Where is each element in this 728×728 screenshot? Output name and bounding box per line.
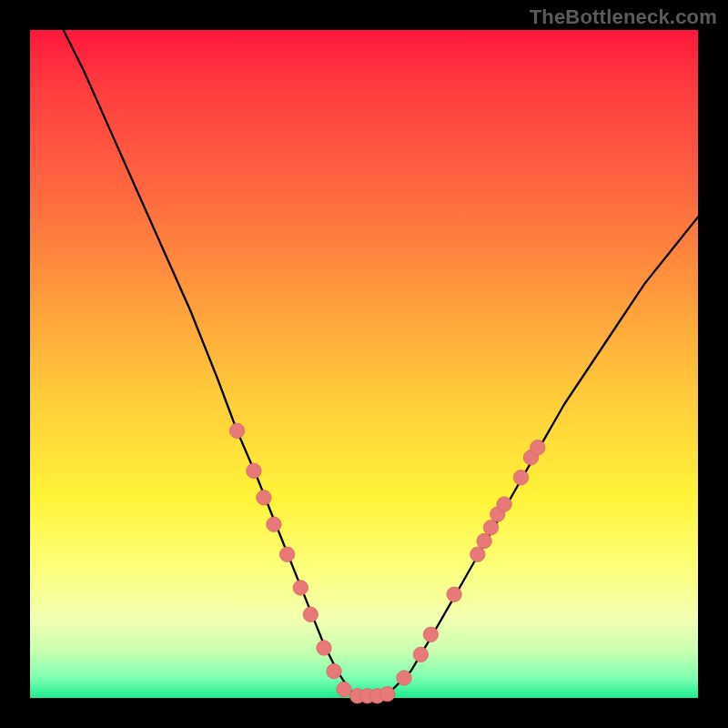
sample-point-marker [477,533,491,548]
chart-svg [30,30,698,698]
sample-point-marker [423,627,438,642]
bottleneck-curve [64,30,698,696]
marker-layer [229,423,545,703]
sample-point-marker [531,440,545,455]
sample-point-marker [229,423,244,438]
sample-point-marker [470,547,485,561]
sample-point-marker [303,607,318,622]
sample-point-marker [447,587,461,602]
sample-point-marker [483,521,498,535]
curve-layer [64,30,698,696]
sample-point-marker [317,641,331,655]
sample-point-marker [497,497,511,511]
sample-point-marker [247,463,261,478]
sample-point-marker [279,547,294,561]
chart-container: TheBottleneck.com [0,0,728,728]
sample-point-marker [513,470,528,485]
sample-point-marker [413,647,428,662]
sample-point-marker [327,663,341,678]
watermark-text: TheBottleneck.com [530,5,717,29]
sample-point-marker [267,517,281,531]
sample-point-marker [397,671,411,685]
sample-point-marker [337,682,351,696]
sample-point-marker [293,581,308,595]
sample-point-marker [380,686,395,701]
sample-point-marker [257,490,271,505]
